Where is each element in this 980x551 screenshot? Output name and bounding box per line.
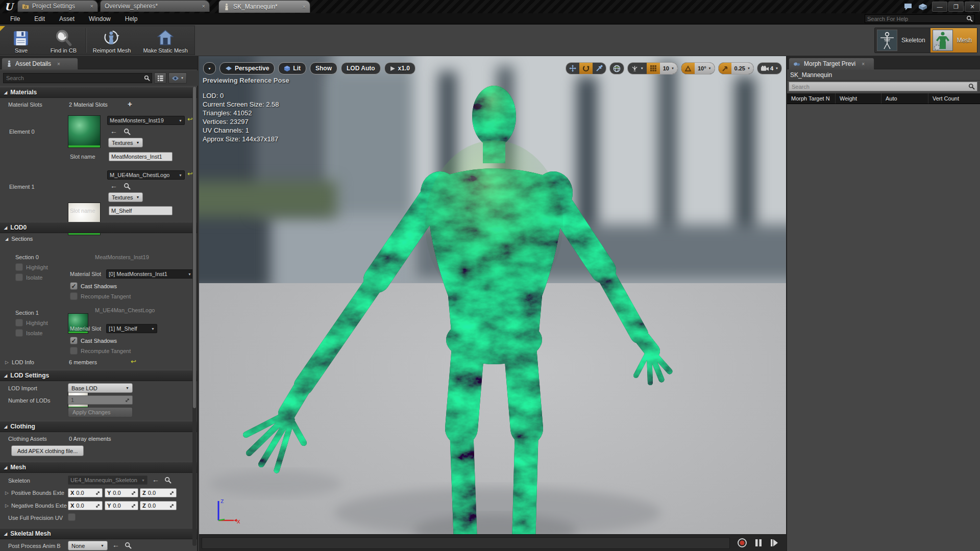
back-arrow-icon[interactable]: ← [152,477,159,483]
scale-snap-value[interactable]: 0.25 ▼ [731,63,753,74]
scale-snap-button[interactable] [719,63,731,74]
rotate-tool-button[interactable] [579,63,593,74]
morph-target-tab[interactable]: Morph Target Previ × [789,58,874,69]
recompute-tangent-checkbox[interactable] [70,347,78,355]
back-arrow-icon[interactable]: ← [110,183,117,189]
clothing-header[interactable]: ◢ Clothing [0,421,197,432]
lod-import-dropdown[interactable]: Base LOD ▼ [68,383,133,393]
rotation-snap-button[interactable] [681,63,695,74]
column-weight[interactable]: Weight [836,93,881,104]
pos-y-field[interactable]: Y 0.0 [105,488,138,497]
close-icon[interactable]: × [862,61,865,67]
number-of-lods-field[interactable]: 1 [68,395,133,405]
column-morph-target-name[interactable]: Morph Target N [787,93,836,104]
materials-header[interactable]: ◢ Materials [0,87,197,98]
material0-thumbnail[interactable] [68,115,101,148]
morph-search-input[interactable] [789,84,968,90]
menu-help[interactable]: Help [119,14,144,23]
restore-button[interactable]: ❐ [948,2,964,12]
lod-info-row[interactable]: ▷ LOD Info [5,359,34,365]
add-material-slot-icon[interactable]: + [128,99,132,108]
material1-dropdown[interactable]: M_UE4Man_ChestLogo ▼ [107,170,185,180]
minimize-button[interactable]: — [932,2,947,12]
asset-details-tab[interactable]: Asset Details × [2,58,78,69]
help-search-input[interactable] [865,16,966,22]
viewport[interactable]: ▼ Perspective Lit Show LOD Auto x1.0 [199,56,786,551]
negative-bounds-row-label[interactable]: ▷ Negative Bounds Exte [5,503,67,509]
perspective-button[interactable]: Perspective [219,62,275,74]
lod0-header[interactable]: ◢ LOD0 [0,222,197,233]
browse-icon[interactable] [124,128,131,135]
playback-speed-button[interactable]: x1.0 [384,62,415,74]
mesh-header[interactable]: ◢ Mesh [0,462,197,473]
material0-dropdown[interactable]: MeatMonsters_Inst19 ▼ [107,116,185,125]
timeline[interactable] [202,537,730,549]
close-button[interactable]: ✕ [965,2,980,12]
scrollbar[interactable] [192,87,197,546]
add-apex-button[interactable]: Add APEX clothing file... [11,445,84,456]
cast-shadows-checkbox[interactable]: ✓ [70,282,78,290]
back-arrow-icon[interactable]: ← [110,128,117,134]
scale-tool-button[interactable] [593,63,606,74]
sections-row[interactable]: ◢ Sections [5,236,33,242]
menu-file[interactable]: File [4,14,26,23]
skeleton-mode-button[interactable]: Skeleton [875,28,930,53]
viewport-options-button[interactable]: ▼ [203,62,216,74]
record-button[interactable] [737,538,747,548]
reimport-mesh-button[interactable]: Reimport Mesh [87,26,136,55]
neg-y-field[interactable]: Y 0.0 [105,501,138,510]
surface-snap-button[interactable]: ▼ [628,63,647,74]
tab-close-icon[interactable]: × [298,4,306,10]
post-process-anim-dropdown[interactable]: None ▼ [68,541,108,550]
asset-search-input[interactable] [4,75,144,81]
rotation-snap-value[interactable]: 10° ▼ [695,63,715,74]
browse-icon[interactable] [125,542,132,549]
tab-close-icon[interactable]: × [85,3,93,9]
textures1-button[interactable]: Textures ▼ [108,192,143,202]
slot-name0-input[interactable] [109,152,173,161]
step-forward-button[interactable] [770,538,779,547]
show-button[interactable]: Show [310,62,337,74]
menu-edit[interactable]: Edit [28,14,51,23]
column-vert-count[interactable]: Vert Count [928,93,980,104]
column-auto[interactable]: Auto [881,93,928,104]
apply-changes-button[interactable]: Apply Changes [68,407,133,417]
close-icon[interactable]: × [57,61,60,67]
highlight-checkbox[interactable] [15,319,23,327]
cast-shadows-checkbox[interactable]: ✓ [70,337,78,344]
tab-project-settings[interactable]: Project Settings × [17,0,98,12]
lod-settings-header[interactable]: ◢ LOD Settings [0,370,197,381]
use-full-precision-uv-checkbox[interactable] [68,513,76,521]
feedback-bubble-icon[interactable] [903,3,914,11]
neg-x-field[interactable]: X 0.0 [68,501,103,510]
grid-snap-value[interactable]: 10 ▼ [660,63,677,74]
browse-icon[interactable] [124,183,131,190]
browse-icon[interactable] [164,477,172,484]
highlight-checkbox[interactable] [15,263,23,271]
world-space-button[interactable] [610,63,624,74]
find-in-cb-button[interactable]: Find in CB [42,26,85,55]
neg-z-field[interactable]: Z 0.0 [140,501,177,510]
move-tool-button[interactable] [566,63,579,74]
marketplace-cube-icon[interactable] [918,3,928,11]
skeleton-dropdown[interactable]: UE4_Mannequin_Skeleton ▼ [68,475,148,485]
lit-button[interactable]: Lit [278,62,306,74]
tab-sk-mannequin[interactable]: SK_Mannequin* × [218,0,310,13]
menu-asset[interactable]: Asset [53,14,81,23]
view-options-button[interactable]: ▼ [168,72,187,84]
isolate-checkbox[interactable] [15,329,23,337]
pos-x-field[interactable]: X 0.0 [68,488,103,497]
section0-material-slot-dropdown[interactable]: [0] MeatMonsters_Inst1 ▼ [106,269,194,279]
tab-close-icon[interactable]: × [197,3,205,9]
pause-button[interactable] [754,538,763,547]
pos-z-field[interactable]: Z 0.0 [140,488,177,497]
display-settings-button[interactable] [154,72,166,84]
reset-icon[interactable]: ↩ [131,359,136,365]
recompute-tangent-checkbox[interactable] [70,292,78,300]
section1-material-slot-dropdown[interactable]: [1] M_Shelf ▼ [106,324,157,333]
isolate-checkbox[interactable] [15,273,23,281]
mesh-mode-button[interactable]: Mesh [930,28,977,53]
back-arrow-icon[interactable]: ← [112,542,119,548]
grid-snap-button[interactable] [647,63,660,74]
textures0-button[interactable]: Textures ▼ [108,138,143,147]
